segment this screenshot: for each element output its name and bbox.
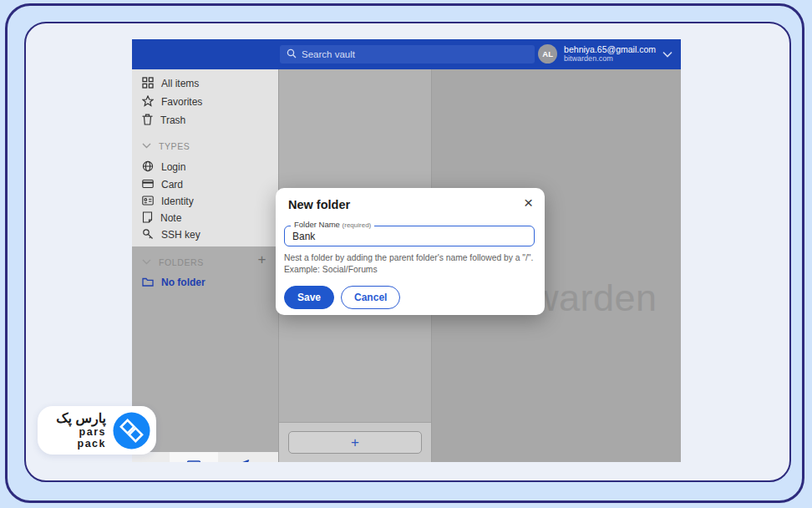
send-plane-icon <box>236 460 250 462</box>
list-bottom-bar: + <box>279 422 431 462</box>
sidebar-item-label: Card <box>161 179 183 190</box>
section-header-label: TYPES <box>159 141 190 151</box>
bottom-nav: My vault Send <box>132 452 278 462</box>
vault-icon <box>186 460 201 463</box>
account-email: behniya.65@gmail.com <box>564 44 656 54</box>
sidebar-item-label: Identity <box>161 196 194 207</box>
sidebar-item-all-items[interactable]: All items <box>142 75 272 92</box>
parspack-logo-icon <box>113 412 150 450</box>
key-icon <box>142 228 154 242</box>
sidebar-item-label: No folder <box>161 277 206 288</box>
brand-name-farsi: پارس پک <box>48 411 106 426</box>
account-menu[interactable]: AL behniya.65@gmail.com bitwarden.com <box>538 44 672 64</box>
folder-icon <box>142 277 154 289</box>
folder-helper-text: Nest a folder by adding the parent folde… <box>284 252 538 276</box>
note-icon <box>142 211 153 226</box>
globe-icon <box>142 160 154 175</box>
folder-name-label: Folder Name (required) <box>291 220 374 229</box>
sidebar-item-label: Login <box>161 161 185 173</box>
cancel-button[interactable]: Cancel <box>341 286 400 309</box>
top-bar: AL behniya.65@gmail.com bitwarden.com <box>132 39 681 69</box>
sidebar-item-note[interactable]: Note <box>142 210 272 226</box>
parspack-brand-badge: پارس پک pars pack <box>38 406 156 455</box>
avatar: AL <box>538 44 557 64</box>
tab-send[interactable]: Send <box>218 452 266 462</box>
sidebar-item-label: Favorites <box>161 96 202 108</box>
brand-name-latin: pars pack <box>48 426 106 450</box>
folder-name-field-wrap: Folder Name (required) <box>284 226 535 246</box>
sidebar-item-label: All items <box>161 78 199 89</box>
dialog-buttons: Save Cancel <box>284 286 400 309</box>
section-header-label: FOLDERS <box>159 257 204 267</box>
sidebar-item-ssh-key[interactable]: SSH key <box>142 226 272 243</box>
close-icon[interactable]: × <box>524 195 533 211</box>
search-vault-box[interactable] <box>280 45 535 64</box>
grid-icon <box>142 77 154 91</box>
sidebar-item-trash[interactable]: Trash <box>142 112 272 129</box>
sidebar-section-types[interactable]: TYPES <box>142 137 272 154</box>
sidebar: All items Favorites Trash TYPES Login <box>132 69 278 462</box>
sidebar-item-card[interactable]: Card <box>142 176 272 193</box>
add-item-button[interactable]: + <box>288 431 422 454</box>
id-card-icon <box>142 196 154 208</box>
new-folder-dialog: New folder × Folder Name (required) Nest… <box>276 188 545 315</box>
required-hint: (required) <box>343 221 372 229</box>
search-icon <box>287 48 297 61</box>
sidebar-item-label: Note <box>160 212 181 224</box>
chevron-down-icon <box>142 257 151 267</box>
dialog-title: New folder <box>288 198 350 211</box>
sidebar-item-identity[interactable]: Identity <box>142 193 272 210</box>
sidebar-item-label: Trash <box>160 114 185 126</box>
search-input[interactable] <box>302 49 528 59</box>
sidebar-item-label: SSH key <box>161 229 200 241</box>
star-icon <box>142 95 154 109</box>
credit-card-icon <box>142 179 154 191</box>
sidebar-item-login[interactable]: Login <box>142 159 272 175</box>
chevron-down-icon <box>142 140 151 150</box>
chevron-down-icon <box>662 48 672 60</box>
bitwarden-app-window: AL behniya.65@gmail.com bitwarden.com Al… <box>132 39 681 462</box>
tab-my-vault[interactable]: My vault <box>170 452 218 462</box>
sidebar-item-no-folder[interactable]: No folder <box>142 274 272 291</box>
add-folder-icon[interactable]: + <box>257 251 266 268</box>
trash-icon <box>142 114 153 128</box>
sidebar-section-folders[interactable]: FOLDERS + <box>142 253 272 270</box>
save-button[interactable]: Save <box>284 286 334 309</box>
sidebar-item-favorites[interactable]: Favorites <box>142 94 272 110</box>
account-server: bitwarden.com <box>564 54 656 64</box>
